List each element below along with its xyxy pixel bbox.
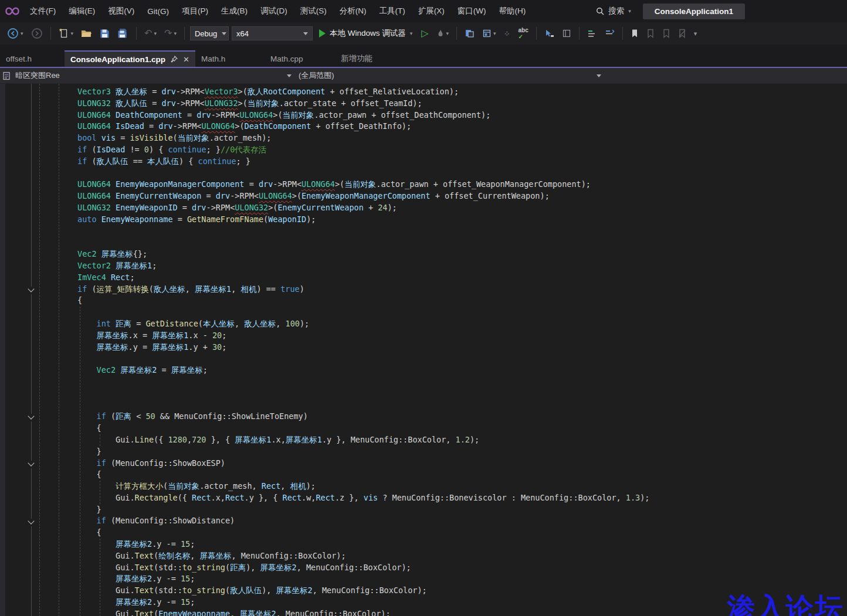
- comment-selection-button[interactable]: [585, 28, 599, 40]
- hot-reload-button[interactable]: ▾: [434, 27, 452, 40]
- code-token: IsDead: [116, 121, 144, 131]
- code-token: .y =: [128, 342, 153, 352]
- undo-button[interactable]: ↶ ▾: [142, 27, 159, 40]
- collapse-chevron-icon[interactable]: [27, 461, 35, 468]
- code-token: Gui.: [77, 435, 135, 444]
- code-token: =: [147, 87, 161, 96]
- code-editor[interactable]: Vector3 敌人坐标 = drv->RPM<Vector3>(敌人RootC…: [0, 84, 847, 616]
- new-project-button[interactable]: ▾: [56, 26, 76, 40]
- document-outline-button[interactable]: ▾: [480, 27, 499, 40]
- code-token: 屏幕坐标2: [260, 563, 297, 572]
- code-token: GetDistance: [145, 319, 198, 328]
- code-token: 敌人坐标: [154, 284, 185, 294]
- code-token: if: [77, 145, 87, 154]
- find-in-files-button[interactable]: [462, 27, 477, 40]
- tab-新增功能[interactable]: 新增功能: [335, 50, 410, 67]
- code-token: [77, 342, 97, 352]
- menu-item-git[interactable]: Git(G): [141, 4, 175, 19]
- start-without-debugging-button[interactable]: ▷: [419, 27, 431, 40]
- code-token: >(: [268, 203, 277, 212]
- code-token: .actor_mesh);: [209, 133, 272, 142]
- toggle-bookmark-button[interactable]: [628, 27, 641, 40]
- code-token: drv: [196, 110, 211, 120]
- navigate-to-button[interactable]: [542, 27, 557, 40]
- menu-item-window[interactable]: 窗口(W): [451, 3, 493, 19]
- next-bookmark-button[interactable]: [660, 27, 673, 40]
- menu-item-test[interactable]: 测试(S): [294, 3, 333, 19]
- menu-item-view[interactable]: 视图(V): [101, 3, 141, 19]
- collapse-chevron-icon[interactable]: [27, 519, 35, 526]
- code-token: {: [77, 469, 101, 479]
- navigate-backward-button[interactable]: ▾: [5, 26, 26, 41]
- close-icon[interactable]: ✕: [183, 55, 189, 64]
- scope-dropdown[interactable]: 暗区突围Ree: [0, 68, 296, 83]
- tab-ConsoleApplication1.cpp[interactable]: ConsoleApplication1.cpp✕: [65, 50, 195, 67]
- code-token: [97, 215, 101, 224]
- dropdown-caret-icon: ▾: [21, 31, 23, 36]
- tab-label: Math.cpp: [270, 55, 303, 63]
- code-token: ;: [203, 365, 208, 375]
- menu-item-help[interactable]: 帮助(H): [492, 3, 532, 19]
- code-token: 本人队伍: [147, 156, 179, 166]
- code-token: (: [173, 133, 178, 142]
- toolbar-overflow-button[interactable]: ▾: [692, 29, 700, 39]
- code-token: [77, 597, 116, 607]
- menu-item-tools[interactable]: 工具(T): [373, 3, 412, 19]
- menu-item-project[interactable]: 项目(P): [175, 3, 215, 19]
- open-file-button[interactable]: [79, 27, 94, 40]
- search-box[interactable]: 搜索 ▾: [590, 4, 637, 19]
- code-token: ->: [206, 203, 216, 212]
- uncomment-selection-button[interactable]: [602, 28, 617, 40]
- save-all-button[interactable]: [115, 26, 131, 40]
- collapse-chevron-icon[interactable]: [27, 287, 35, 294]
- code-token: (MenuConfig::ShowDistance): [106, 516, 235, 525]
- tab-Math.cpp[interactable]: Math.cpp: [265, 50, 335, 67]
- code-token: ->: [211, 110, 221, 120]
- code-token: 20: [212, 331, 222, 340]
- member-dropdown[interactable]: (全局范围): [296, 68, 606, 83]
- tab-offset.h[interactable]: offset.h: [0, 50, 65, 67]
- cpp-file-icon: [2, 72, 11, 80]
- menu-item-debug[interactable]: 调试(D): [254, 3, 294, 19]
- start-debugging-button[interactable]: 本地 Windows 调试器 ▾: [316, 26, 416, 40]
- clear-bookmarks-button[interactable]: [676, 27, 689, 40]
- menu-item-build[interactable]: 生成(B): [215, 3, 254, 19]
- solution-name-button[interactable]: ConsoleApplication1: [643, 4, 745, 19]
- code-token: Vector3: [205, 87, 238, 96]
- code-token: (std::: [154, 586, 182, 595]
- spell-check-button[interactable]: abc✓: [516, 25, 531, 42]
- previous-bookmark-button[interactable]: [644, 27, 657, 40]
- code-token: 50: [145, 411, 155, 421]
- menu-item-file[interactable]: 文件(F): [23, 3, 62, 19]
- code-line: [77, 226, 847, 237]
- code-token: if: [97, 516, 106, 525]
- code-token: {};: [133, 249, 147, 258]
- show-whitespace-button[interactable]: ⁘: [502, 28, 513, 40]
- line-structure-button[interactable]: [560, 27, 574, 40]
- code-token: 屏幕坐标1: [235, 435, 271, 444]
- code-token: .x,: [271, 435, 285, 444]
- menu-item-analyze[interactable]: 分析(N): [333, 3, 373, 19]
- code-token: Gui.: [77, 551, 135, 560]
- solution-platform-select[interactable]: x64: [232, 26, 313, 40]
- redo-button[interactable]: ↷ ▾: [162, 27, 179, 40]
- toolbar: ▾ ▾: [0, 22, 847, 45]
- code-token: 本人坐标: [203, 319, 235, 328]
- code-token: .z },: [335, 493, 364, 502]
- code-token: EnemyWeaponManagerComponent: [301, 191, 430, 200]
- navigate-forward-button[interactable]: [29, 26, 45, 41]
- save-button[interactable]: [97, 27, 112, 40]
- open-folder-icon: [81, 29, 92, 38]
- menu-item-edit[interactable]: 编辑(E): [62, 3, 101, 19]
- solution-configuration-select[interactable]: Debug: [190, 26, 229, 40]
- code-token: + offset_CurrentWeapon);: [431, 191, 550, 200]
- code-text-area[interactable]: Vector3 敌人坐标 = drv->RPM<Vector3>(敌人RootC…: [0, 84, 847, 616]
- code-line: [77, 388, 847, 400]
- collapse-chevron-icon[interactable]: [27, 414, 35, 421]
- code-token: ,: [185, 284, 195, 294]
- pin-icon[interactable]: [171, 56, 178, 63]
- code-token: EnemyCurrentWeapon: [116, 191, 201, 200]
- tab-Math.h[interactable]: Math.h: [195, 50, 265, 67]
- code-token: >(: [238, 98, 248, 108]
- menu-item-extensions[interactable]: 扩展(X): [412, 3, 451, 19]
